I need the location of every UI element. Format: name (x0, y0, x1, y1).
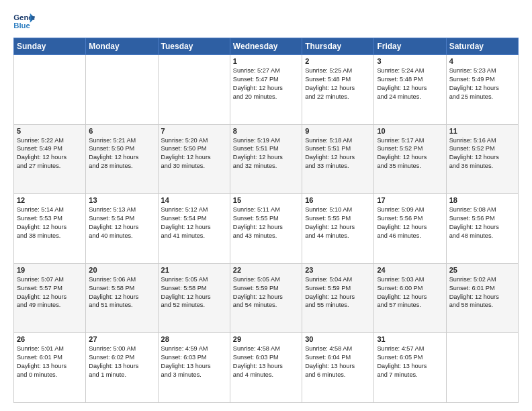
calendar-table: SundayMondayTuesdayWednesdayThursdayFrid… (13, 38, 519, 403)
calendar-cell: 25Sunrise: 5:02 AM Sunset: 6:01 PM Dayli… (446, 263, 518, 333)
day-number: 15 (233, 196, 299, 204)
calendar-cell: 8Sunrise: 5:19 AM Sunset: 5:51 PM Daylig… (230, 124, 302, 194)
cell-info: Sunrise: 5:12 AM Sunset: 5:54 PM Dayligh… (161, 205, 227, 240)
weekday-header-wednesday: Wednesday (230, 38, 302, 55)
day-number: 24 (377, 266, 443, 274)
cell-info: Sunrise: 5:09 AM Sunset: 5:56 PM Dayligh… (377, 205, 443, 240)
day-number: 7 (161, 127, 227, 135)
cell-info: Sunrise: 5:02 AM Sunset: 6:01 PM Dayligh… (449, 275, 515, 310)
day-number: 9 (305, 127, 371, 135)
cell-info: Sunrise: 5:27 AM Sunset: 5:47 PM Dayligh… (233, 66, 299, 101)
cell-info: Sunrise: 5:07 AM Sunset: 5:57 PM Dayligh… (17, 275, 83, 310)
cell-info: Sunrise: 5:17 AM Sunset: 5:52 PM Dayligh… (377, 136, 443, 171)
day-number: 21 (161, 266, 227, 274)
calendar-cell: 29Sunrise: 4:58 AM Sunset: 6:03 PM Dayli… (230, 333, 302, 403)
day-number: 12 (17, 196, 83, 204)
calendar-cell: 19Sunrise: 5:07 AM Sunset: 5:57 PM Dayli… (14, 263, 86, 333)
day-number: 29 (233, 335, 299, 343)
calendar-cell: 27Sunrise: 5:00 AM Sunset: 6:02 PM Dayli… (86, 333, 158, 403)
calendar-cell: 20Sunrise: 5:06 AM Sunset: 5:58 PM Dayli… (86, 263, 158, 333)
cell-info: Sunrise: 5:03 AM Sunset: 6:00 PM Dayligh… (377, 275, 443, 310)
cell-info: Sunrise: 5:19 AM Sunset: 5:51 PM Dayligh… (233, 136, 299, 171)
cell-info: Sunrise: 5:01 AM Sunset: 6:01 PM Dayligh… (17, 345, 83, 379)
cell-info: Sunrise: 5:21 AM Sunset: 5:50 PM Dayligh… (89, 136, 154, 171)
cell-info: Sunrise: 4:58 AM Sunset: 6:03 PM Dayligh… (233, 345, 299, 379)
calendar-row-2: 12Sunrise: 5:14 AM Sunset: 5:53 PM Dayli… (14, 194, 519, 264)
calendar-cell: 22Sunrise: 5:05 AM Sunset: 5:59 PM Dayli… (230, 263, 302, 333)
day-number: 11 (449, 127, 515, 135)
logo-icon: General Blue (13, 12, 35, 31)
day-number: 20 (89, 266, 154, 274)
svg-text:Blue: Blue (13, 21, 30, 30)
calendar-row-3: 19Sunrise: 5:07 AM Sunset: 5:57 PM Dayli… (14, 263, 519, 333)
calendar-cell: 13Sunrise: 5:13 AM Sunset: 5:54 PM Dayli… (86, 194, 158, 264)
cell-info: Sunrise: 5:14 AM Sunset: 5:53 PM Dayligh… (17, 205, 83, 240)
calendar-cell (158, 55, 230, 125)
cell-info: Sunrise: 5:16 AM Sunset: 5:52 PM Dayligh… (449, 136, 515, 171)
cell-info: Sunrise: 5:10 AM Sunset: 5:55 PM Dayligh… (305, 205, 371, 240)
day-number: 23 (305, 266, 371, 274)
cell-info: Sunrise: 5:08 AM Sunset: 5:56 PM Dayligh… (449, 205, 515, 240)
calendar-cell: 4Sunrise: 5:23 AM Sunset: 5:49 PM Daylig… (446, 55, 518, 125)
cell-info: Sunrise: 5:22 AM Sunset: 5:49 PM Dayligh… (17, 136, 83, 171)
calendar-cell: 17Sunrise: 5:09 AM Sunset: 5:56 PM Dayli… (374, 194, 446, 264)
calendar-cell: 14Sunrise: 5:12 AM Sunset: 5:54 PM Dayli… (158, 194, 230, 264)
cell-info: Sunrise: 4:59 AM Sunset: 6:03 PM Dayligh… (161, 345, 227, 379)
weekday-header-monday: Monday (86, 38, 158, 55)
calendar-cell (446, 333, 518, 403)
calendar-cell: 28Sunrise: 4:59 AM Sunset: 6:03 PM Dayli… (158, 333, 230, 403)
day-number: 28 (161, 335, 227, 343)
cell-info: Sunrise: 5:13 AM Sunset: 5:54 PM Dayligh… (89, 205, 154, 240)
calendar-cell: 3Sunrise: 5:24 AM Sunset: 5:48 PM Daylig… (374, 55, 446, 125)
header: General Blue (13, 12, 519, 31)
day-number: 6 (89, 127, 154, 135)
page: General Blue SundayMondayTuesdayWednesda… (0, 0, 532, 411)
cell-info: Sunrise: 5:04 AM Sunset: 5:59 PM Dayligh… (305, 275, 371, 310)
cell-info: Sunrise: 5:06 AM Sunset: 5:58 PM Dayligh… (89, 275, 154, 310)
calendar-cell: 11Sunrise: 5:16 AM Sunset: 5:52 PM Dayli… (446, 124, 518, 194)
day-number: 5 (17, 127, 83, 135)
day-number: 26 (17, 335, 83, 343)
calendar-cell: 24Sunrise: 5:03 AM Sunset: 6:00 PM Dayli… (374, 263, 446, 333)
cell-info: Sunrise: 5:24 AM Sunset: 5:48 PM Dayligh… (377, 66, 443, 101)
cell-info: Sunrise: 4:58 AM Sunset: 6:04 PM Dayligh… (305, 345, 371, 379)
day-number: 1 (233, 57, 299, 65)
day-number: 2 (305, 57, 371, 65)
calendar-cell: 7Sunrise: 5:20 AM Sunset: 5:50 PM Daylig… (158, 124, 230, 194)
day-number: 27 (89, 335, 154, 343)
day-number: 13 (89, 196, 154, 204)
calendar-cell: 6Sunrise: 5:21 AM Sunset: 5:50 PM Daylig… (86, 124, 158, 194)
cell-info: Sunrise: 5:05 AM Sunset: 5:59 PM Dayligh… (233, 275, 299, 310)
calendar-cell: 15Sunrise: 5:11 AM Sunset: 5:55 PM Dayli… (230, 194, 302, 264)
day-number: 17 (377, 196, 443, 204)
weekday-header-saturday: Saturday (446, 38, 518, 55)
calendar-cell: 31Sunrise: 4:57 AM Sunset: 6:05 PM Dayli… (374, 333, 446, 403)
weekday-header-tuesday: Tuesday (158, 38, 230, 55)
day-number: 19 (17, 266, 83, 274)
cell-info: Sunrise: 5:05 AM Sunset: 5:58 PM Dayligh… (161, 275, 227, 310)
day-number: 3 (377, 57, 443, 65)
weekday-header-sunday: Sunday (14, 38, 86, 55)
day-number: 18 (449, 196, 515, 204)
calendar-cell: 9Sunrise: 5:18 AM Sunset: 5:51 PM Daylig… (302, 124, 374, 194)
cell-info: Sunrise: 5:25 AM Sunset: 5:48 PM Dayligh… (305, 66, 371, 101)
calendar-cell: 5Sunrise: 5:22 AM Sunset: 5:49 PM Daylig… (14, 124, 86, 194)
weekday-header-row: SundayMondayTuesdayWednesdayThursdayFrid… (14, 38, 519, 55)
cell-info: Sunrise: 5:20 AM Sunset: 5:50 PM Dayligh… (161, 136, 227, 171)
calendar-cell: 1Sunrise: 5:27 AM Sunset: 5:47 PM Daylig… (230, 55, 302, 125)
day-number: 25 (449, 266, 515, 274)
cell-info: Sunrise: 5:11 AM Sunset: 5:55 PM Dayligh… (233, 205, 299, 240)
calendar-row-4: 26Sunrise: 5:01 AM Sunset: 6:01 PM Dayli… (14, 333, 519, 403)
calendar-row-1: 5Sunrise: 5:22 AM Sunset: 5:49 PM Daylig… (14, 124, 519, 194)
calendar-row-0: 1Sunrise: 5:27 AM Sunset: 5:47 PM Daylig… (14, 55, 519, 125)
calendar-cell: 23Sunrise: 5:04 AM Sunset: 5:59 PM Dayli… (302, 263, 374, 333)
day-number: 10 (377, 127, 443, 135)
day-number: 22 (233, 266, 299, 274)
calendar-cell (86, 55, 158, 125)
cell-info: Sunrise: 5:18 AM Sunset: 5:51 PM Dayligh… (305, 136, 371, 171)
calendar-cell: 26Sunrise: 5:01 AM Sunset: 6:01 PM Dayli… (14, 333, 86, 403)
calendar-cell (14, 55, 86, 125)
cell-info: Sunrise: 4:57 AM Sunset: 6:05 PM Dayligh… (377, 345, 443, 379)
calendar-cell: 12Sunrise: 5:14 AM Sunset: 5:53 PM Dayli… (14, 194, 86, 264)
day-number: 8 (233, 127, 299, 135)
